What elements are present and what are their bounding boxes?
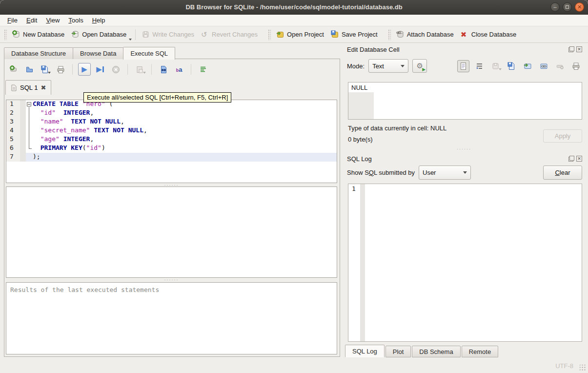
format-sql-icon [199, 65, 207, 74]
apply-button[interactable]: Apply [543, 129, 582, 143]
dock-splitter-handle[interactable]: ······ [344, 147, 584, 151]
revert-changes-label: Revert Changes [212, 31, 258, 38]
close-tab-icon[interactable]: ✖ [41, 84, 46, 91]
tab-browse-data[interactable]: Browse Data [73, 47, 123, 59]
open-project-icon [276, 30, 284, 39]
minimize-button[interactable]: – [550, 2, 560, 12]
cell-size-info: 0 byte(s) [348, 136, 373, 143]
execute-tooltip: Execute all/selected SQL [Ctrl+Return, F… [83, 92, 231, 103]
menu-edit[interactable]: Edit [22, 16, 41, 25]
code-line[interactable]: 4 "secret_name" TEXT NOT NULL, [6, 126, 337, 135]
save-project-button[interactable]: Save Project [327, 28, 381, 41]
code-line[interactable]: 6 PRIMARY KEY("id") [6, 144, 337, 153]
results-message-pane[interactable]: Results of the last executed statements [6, 282, 337, 354]
format-sql-button[interactable] [197, 63, 209, 76]
attach-database-button[interactable]: Attach Database [393, 28, 457, 41]
clear-log-button[interactable]: Clear [543, 166, 582, 180]
import-cell-button[interactable] [489, 60, 502, 72]
tab-execute-sql[interactable]: Execute SQL [123, 47, 175, 60]
cell-type-info: Type of data currently in cell: NULL [348, 124, 446, 132]
menu-view[interactable]: View [41, 16, 64, 25]
menu-tools[interactable]: Tools [64, 16, 87, 25]
find-button[interactable] [157, 63, 170, 76]
code-line[interactable]: 2 "id" INTEGER, [6, 109, 337, 118]
sql-log-dock-header[interactable]: SQL Log ✕ [347, 154, 582, 163]
word-wrap-button[interactable] [473, 60, 486, 72]
new-database-button[interactable]: New Database [9, 28, 68, 41]
tab-database-structure[interactable]: Database Structure [4, 47, 73, 59]
open-database-dropdown-icon[interactable] [129, 39, 132, 41]
dock-area: Edit Database Cell ✕ Mode: Text ⚙ ▶ [344, 44, 584, 359]
save-results-icon [136, 65, 144, 74]
toolbar-grip[interactable] [388, 29, 391, 40]
mode-select[interactable]: Text [368, 59, 408, 73]
attach-database-icon [396, 30, 405, 39]
write-changes-button[interactable]: Write Changes [138, 28, 198, 41]
splitter-handle[interactable]: ······ [6, 279, 337, 281]
sql-code-editor[interactable]: 1–CREATE TABLE "hero" (2 "id" INTEGER,3 … [6, 100, 337, 183]
dock-tabbar: SQL Log Plot DB Schema Remote [345, 344, 499, 357]
close-database-button[interactable]: ✖ Close Database [457, 28, 520, 41]
close-database-label: Close Database [471, 31, 517, 38]
save-sql-file-button[interactable] [39, 63, 51, 76]
find-replace-button[interactable]: ba [173, 63, 185, 76]
link-cell-button[interactable] [538, 60, 550, 72]
splitter-handle-icon: ······ [164, 279, 179, 281]
save-cell-button[interactable] [506, 60, 518, 72]
toolbar-grip[interactable] [268, 29, 271, 40]
execute-line-button[interactable]: ▶ [94, 63, 106, 76]
sql-1-tab[interactable]: SQL 1 ✖ [5, 80, 51, 95]
mode-apply-arrow-icon: ▶ [422, 67, 426, 72]
sql-toolbar-separator [127, 64, 128, 75]
open-database-button[interactable]: Open Database [68, 28, 130, 41]
titlebar[interactable]: DB Browser for SQLite - /home/user/code/… [0, 0, 588, 15]
find-replace-icon: ba [176, 66, 182, 73]
splitter-handle-icon: ······ [457, 148, 471, 150]
resize-grip-icon[interactable] [580, 365, 586, 371]
set-null-button[interactable] [554, 60, 566, 72]
maximize-button[interactable] [563, 2, 572, 12]
execute-line-bar-icon [102, 66, 104, 72]
cell-value-editor[interactable]: NULL [348, 82, 582, 120]
statusbar: UTF-8 [0, 359, 588, 373]
dock-float-icon[interactable] [568, 46, 574, 52]
export-cell-button[interactable] [522, 60, 534, 72]
open-sql-file-button[interactable] [23, 63, 36, 76]
dock-tab-remote[interactable]: Remote [462, 346, 499, 357]
dock-close-icon[interactable]: ✕ [576, 156, 582, 162]
sql-log-view[interactable]: 1 [348, 184, 582, 342]
menu-help[interactable]: Help [88, 16, 110, 25]
write-changes-label: Write Changes [152, 31, 194, 38]
dock-tab-plot[interactable]: Plot [385, 346, 411, 357]
code-line[interactable]: 7); [6, 153, 337, 162]
write-changes-icon [142, 30, 150, 39]
dock-close-icon[interactable]: ✕ [576, 46, 582, 52]
dock-float-icon[interactable] [568, 156, 574, 162]
edit-cell-dock-header[interactable]: Edit Database Cell ✕ [347, 45, 582, 54]
edit-cell-dock-title: Edit Database Cell [347, 46, 568, 53]
sql-toolbar-separator [191, 64, 191, 75]
results-placeholder: Results of the last executed statements [6, 283, 337, 297]
mode-apply-button[interactable]: ⚙ ▶ [412, 59, 427, 73]
encoding-indicator[interactable]: UTF-8 [555, 362, 573, 370]
stop-button[interactable] [109, 63, 122, 76]
save-results-button[interactable] [133, 63, 146, 76]
maximize-icon [566, 5, 569, 9]
code-line[interactable]: 5 "age" INTEGER, [6, 135, 337, 144]
dock-tab-sql-log[interactable]: SQL Log [345, 345, 385, 357]
revert-changes-button[interactable]: ↺ Revert Changes [198, 28, 261, 41]
log-filter-select[interactable]: User [419, 166, 471, 180]
execute-all-button[interactable]: ▶ [78, 63, 91, 76]
revert-changes-icon: ↺ [201, 30, 209, 39]
text-mode-button[interactable] [457, 60, 469, 72]
dock-tab-db-schema[interactable]: DB Schema [412, 346, 460, 357]
print-cell-button[interactable] [570, 60, 582, 72]
menu-file[interactable]: File [3, 16, 22, 25]
open-project-button[interactable]: Open Project [273, 28, 327, 41]
main-toolbar: New Database Open Database Write Changes… [0, 26, 588, 43]
print-button[interactable] [54, 63, 67, 76]
toolbar-grip[interactable] [4, 29, 7, 40]
new-sql-tab-button[interactable] [7, 63, 20, 76]
close-button[interactable]: ✕ [575, 2, 584, 12]
code-line[interactable]: 3 "name" TEXT NOT NULL, [6, 118, 337, 126]
